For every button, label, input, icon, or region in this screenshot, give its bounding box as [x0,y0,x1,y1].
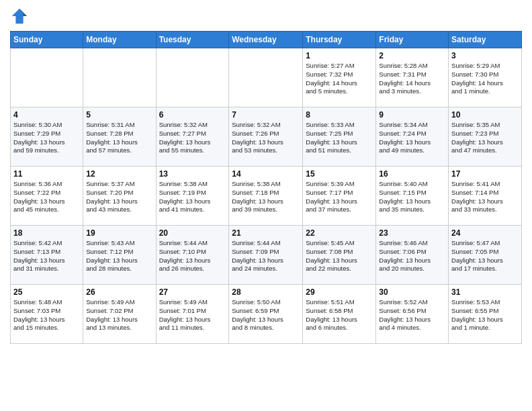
day-info: Sunrise: 5:42 AMSunset: 7:13 PMDaylight:… [13,239,80,273]
day-number: 28 [232,287,300,297]
day-info: Sunrise: 5:40 AMSunset: 7:15 PMDaylight:… [379,180,445,214]
calendar-cell: 14Sunrise: 5:38 AMSunset: 7:18 PMDayligh… [229,167,303,226]
day-info: Sunrise: 5:45 AMSunset: 7:08 PMDaylight:… [306,239,373,273]
day-number: 17 [451,169,519,179]
day-info: Sunrise: 5:47 AMSunset: 7:05 PMDaylight:… [451,239,519,273]
calendar-cell: 5Sunrise: 5:31 AMSunset: 7:28 PMDaylight… [83,107,156,167]
day-info: Sunrise: 5:39 AMSunset: 7:17 PMDaylight:… [306,180,373,214]
day-number: 9 [379,110,445,120]
day-info: Sunrise: 5:49 AMSunset: 7:02 PMDaylight:… [86,298,152,332]
day-number: 23 [379,228,445,238]
day-number: 16 [379,169,445,179]
calendar-cell [156,48,229,107]
header [10,7,522,26]
calendar-cell: 24Sunrise: 5:47 AMSunset: 7:05 PMDayligh… [449,226,522,285]
calendar-cell: 10Sunrise: 5:35 AMSunset: 7:23 PMDayligh… [449,107,522,167]
calendar-cell: 31Sunrise: 5:53 AMSunset: 6:55 PMDayligh… [449,285,522,344]
day-number: 8 [306,110,373,120]
day-number: 18 [13,228,80,238]
day-info: Sunrise: 5:35 AMSunset: 7:23 PMDaylight:… [451,121,519,155]
day-info: Sunrise: 5:49 AMSunset: 7:01 PMDaylight:… [159,298,226,332]
calendar-cell: 11Sunrise: 5:36 AMSunset: 7:22 PMDayligh… [11,167,83,226]
calendar-cell: 18Sunrise: 5:42 AMSunset: 7:13 PMDayligh… [11,226,83,285]
day-info: Sunrise: 5:36 AMSunset: 7:22 PMDaylight:… [13,180,80,214]
calendar-week-2: 4Sunrise: 5:30 AMSunset: 7:29 PMDaylight… [11,107,522,167]
day-number: 4 [13,110,80,120]
calendar-cell: 9Sunrise: 5:34 AMSunset: 7:24 PMDaylight… [376,107,449,167]
calendar-cell: 15Sunrise: 5:39 AMSunset: 7:17 PMDayligh… [303,167,376,226]
day-info: Sunrise: 5:53 AMSunset: 6:55 PMDaylight:… [451,298,519,332]
calendar-cell: 1Sunrise: 5:27 AMSunset: 7:32 PMDaylight… [303,48,376,107]
calendar-cell [83,48,156,107]
calendar-cell: 30Sunrise: 5:52 AMSunset: 6:56 PMDayligh… [376,285,449,344]
calendar-week-1: 1Sunrise: 5:27 AMSunset: 7:32 PMDaylight… [11,48,522,107]
weekday-header-wednesday: Wednesday [229,32,303,48]
calendar-cell: 22Sunrise: 5:45 AMSunset: 7:08 PMDayligh… [303,226,376,285]
day-number: 11 [13,169,80,179]
day-info: Sunrise: 5:51 AMSunset: 6:58 PMDaylight:… [306,298,373,332]
day-info: Sunrise: 5:34 AMSunset: 7:24 PMDaylight:… [379,121,445,155]
calendar-week-3: 11Sunrise: 5:36 AMSunset: 7:22 PMDayligh… [11,167,522,226]
day-info: Sunrise: 5:41 AMSunset: 7:14 PMDaylight:… [451,180,519,214]
calendar-cell: 20Sunrise: 5:44 AMSunset: 7:10 PMDayligh… [156,226,229,285]
day-info: Sunrise: 5:37 AMSunset: 7:20 PMDaylight:… [86,180,152,214]
day-info: Sunrise: 5:30 AMSunset: 7:29 PMDaylight:… [13,121,80,155]
calendar-cell: 17Sunrise: 5:41 AMSunset: 7:14 PMDayligh… [449,167,522,226]
day-info: Sunrise: 5:33 AMSunset: 7:25 PMDaylight:… [306,121,373,155]
calendar-cell: 6Sunrise: 5:32 AMSunset: 7:27 PMDaylight… [156,107,229,167]
calendar-cell: 12Sunrise: 5:37 AMSunset: 7:20 PMDayligh… [83,167,156,226]
page: SundayMondayTuesdayWednesdayThursdayFrid… [0,0,532,411]
day-number: 31 [451,287,519,297]
calendar-cell: 4Sunrise: 5:30 AMSunset: 7:29 PMDaylight… [11,107,83,167]
day-number: 3 [451,51,519,60]
day-info: Sunrise: 5:48 AMSunset: 7:03 PMDaylight:… [13,298,80,332]
day-number: 24 [451,228,519,238]
weekday-header-sunday: Sunday [11,32,83,48]
calendar-cell: 16Sunrise: 5:40 AMSunset: 7:15 PMDayligh… [376,167,449,226]
calendar-cell: 3Sunrise: 5:29 AMSunset: 7:30 PMDaylight… [449,48,522,107]
day-number: 19 [86,228,152,238]
weekday-header-friday: Friday [376,32,449,48]
logo-icon [10,7,29,26]
day-number: 5 [86,110,152,120]
day-number: 12 [86,169,152,179]
calendar-cell: 8Sunrise: 5:33 AMSunset: 7:25 PMDaylight… [303,107,376,167]
calendar-cell: 25Sunrise: 5:48 AMSunset: 7:03 PMDayligh… [11,285,83,344]
calendar-cell: 23Sunrise: 5:46 AMSunset: 7:06 PMDayligh… [376,226,449,285]
calendar-cell: 21Sunrise: 5:44 AMSunset: 7:09 PMDayligh… [229,226,303,285]
weekday-header-thursday: Thursday [303,32,376,48]
day-number: 26 [86,287,152,297]
calendar-cell [229,48,303,107]
day-number: 15 [306,169,373,179]
day-info: Sunrise: 5:27 AMSunset: 7:32 PMDaylight:… [306,62,373,96]
day-number: 14 [232,169,300,179]
day-number: 6 [159,110,226,120]
day-number: 27 [159,287,226,297]
calendar-table: SundayMondayTuesdayWednesdayThursdayFrid… [10,31,522,344]
weekday-header-saturday: Saturday [449,32,522,48]
day-info: Sunrise: 5:29 AMSunset: 7:30 PMDaylight:… [451,62,519,96]
calendar-cell: 29Sunrise: 5:51 AMSunset: 6:58 PMDayligh… [303,285,376,344]
day-number: 29 [306,287,373,297]
day-info: Sunrise: 5:38 AMSunset: 7:18 PMDaylight:… [232,180,300,214]
calendar-cell: 26Sunrise: 5:49 AMSunset: 7:02 PMDayligh… [83,285,156,344]
day-info: Sunrise: 5:31 AMSunset: 7:28 PMDaylight:… [86,121,152,155]
calendar-week-5: 25Sunrise: 5:48 AMSunset: 7:03 PMDayligh… [11,285,522,344]
logo [10,7,32,26]
day-info: Sunrise: 5:46 AMSunset: 7:06 PMDaylight:… [379,239,445,273]
weekday-header-tuesday: Tuesday [156,32,229,48]
day-info: Sunrise: 5:32 AMSunset: 7:27 PMDaylight:… [159,121,226,155]
weekday-header-monday: Monday [83,32,156,48]
calendar-cell [11,48,83,107]
day-number: 7 [232,110,300,120]
day-info: Sunrise: 5:52 AMSunset: 6:56 PMDaylight:… [379,298,445,332]
day-info: Sunrise: 5:32 AMSunset: 7:26 PMDaylight:… [232,121,300,155]
day-number: 2 [379,51,445,60]
day-number: 10 [451,110,519,120]
day-info: Sunrise: 5:44 AMSunset: 7:10 PMDaylight:… [159,239,226,273]
day-info: Sunrise: 5:28 AMSunset: 7:31 PMDaylight:… [379,62,445,96]
day-number: 25 [13,287,80,297]
calendar-cell: 13Sunrise: 5:38 AMSunset: 7:19 PMDayligh… [156,167,229,226]
calendar-cell: 7Sunrise: 5:32 AMSunset: 7:26 PMDaylight… [229,107,303,167]
day-number: 30 [379,287,445,297]
